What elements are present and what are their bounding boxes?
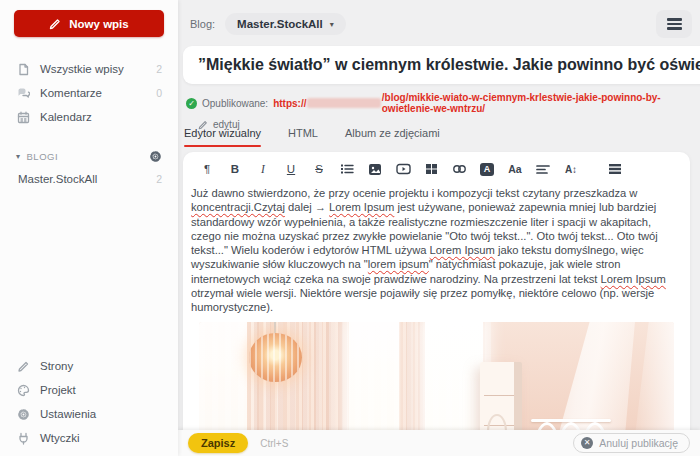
pendant-lamp (249, 333, 302, 382)
calendar-icon (16, 110, 30, 124)
editor-content-area[interactable]: Już dawno stwierdzono, że przy ocenie pr… (183, 182, 690, 456)
insert-image-button[interactable] (361, 160, 389, 178)
published-url-path: /blog/mikkie-wiato-w-ciemnym-krlestwie-j… (382, 92, 700, 114)
gear-icon (149, 150, 162, 163)
pencil-icon (49, 18, 61, 30)
bullet-list-icon (340, 163, 354, 175)
sidebar: Nowy wpis Wszystkie wpisy 2 Komentarze 0… (0, 0, 178, 456)
pencil-icon (16, 359, 30, 373)
text-segment: Już dawno stwierdzono, że przy ocenie pr… (191, 187, 637, 199)
blog-selector-value: Master.StockAll (237, 18, 323, 30)
insert-link-button[interactable] (445, 160, 473, 178)
tab-visual-editor[interactable]: Edytor wizualny (184, 127, 261, 147)
align-left-icon (536, 164, 550, 175)
published-url-prefix: https:// (273, 98, 306, 109)
post-title-text: ”Miękkie światło” w ciemnym królestwie. … (198, 56, 700, 74)
image-icon (368, 163, 382, 176)
sidebar-item-label: Strony (40, 360, 162, 372)
tab-html[interactable]: HTML (288, 127, 318, 147)
blogs-gear-button[interactable] (149, 150, 162, 163)
blog-count: 2 (156, 173, 162, 185)
chevron-down-icon: ▾ (330, 20, 334, 29)
sidebar-item-settings[interactable]: Ustawienia (0, 402, 178, 426)
sidebar-bottom-nav: Strony Projekt Ustawienia Wtyczki (0, 354, 178, 450)
insert-video-button[interactable] (389, 160, 417, 178)
sidebar-item-calendar[interactable]: Kalendarz (0, 105, 178, 129)
editor-card: ¶ B I U S A Aa (183, 152, 690, 456)
editor-paragraph: Już dawno stwierdzono, że przy ocenie pr… (191, 186, 682, 315)
save-shortcut-hint: Ctrl+S (260, 438, 288, 449)
strikethrough-button[interactable]: S (305, 160, 333, 178)
new-post-button[interactable]: Nowy wpis (14, 10, 164, 37)
paragraph-button[interactable]: ¶ (193, 160, 221, 178)
misspelled-word: Lorem Ipsum (601, 273, 666, 285)
blogs-section-label: BLOGI (27, 151, 149, 162)
align-button[interactable] (529, 160, 557, 178)
misspelled-word: lorem ipsum (368, 258, 429, 270)
text-segment: otrzymał wiele wersji. Niektóre wersje p… (191, 287, 654, 313)
blog-selector[interactable]: Master.StockAll ▾ (225, 13, 346, 35)
table-icon (425, 163, 438, 175)
line-height-button[interactable]: A↕ (557, 160, 585, 178)
tab-photo-album[interactable]: Album ze zdjęciami (345, 127, 440, 147)
editor-tabs: Edytor wizualny HTML Album ze zdjęciami (184, 127, 440, 147)
plug-icon (16, 431, 30, 445)
misspelled-word: Lorem Ipsum (430, 244, 495, 256)
hamburger-icon (667, 18, 682, 21)
menu-button[interactable] (656, 10, 692, 38)
font-size-button[interactable]: Aa (501, 160, 529, 178)
sidebar-item-blog-master-stockall[interactable]: Master.StockAll 2 (0, 168, 178, 190)
cancel-publication-label: Anuluj publikację (599, 437, 678, 449)
underline-button[interactable]: U (277, 160, 305, 178)
blogs-section-header[interactable]: ▾ BLOGI (0, 145, 178, 168)
insert-table-button[interactable] (417, 160, 445, 178)
sidebar-item-comments[interactable]: Komentarze 0 (0, 81, 178, 105)
save-button[interactable]: Zapisz (188, 433, 248, 453)
text-color-button[interactable]: A (473, 160, 501, 178)
sidebar-item-count: 2 (156, 63, 162, 75)
paragraph-block-icon (608, 163, 622, 175)
link-icon (452, 164, 467, 174)
sidebar-item-project[interactable]: Projekt (0, 378, 178, 402)
editor-toolbar: ¶ B I U S A Aa (183, 152, 690, 182)
sidebar-item-pages[interactable]: Strony (0, 354, 178, 378)
sidebar-item-label: Projekt (40, 384, 162, 396)
published-block: ✓ Opublikowane: https:///blog/mikkie-wia… (186, 92, 700, 130)
published-check-icon: ✓ (186, 98, 197, 109)
published-label: Opublikowane: (202, 98, 268, 109)
misspelled-word: koncentracji.Czytaj (191, 201, 285, 213)
comments-icon (16, 86, 30, 100)
sidebar-nav: Wszystkie wpisy 2 Komentarze 0 Kalendarz (0, 57, 178, 129)
palette-icon (16, 383, 30, 397)
sidebar-item-label: Wszystkie wpisy (40, 63, 156, 75)
blog-label: Blog: (190, 18, 215, 30)
new-post-label: Nowy wpis (69, 18, 128, 30)
sidebar-item-label: Ustawienia (40, 408, 162, 420)
misspelled-word: Lorem Ipsum (329, 201, 394, 213)
sidebar-item-label: Kalendarz (40, 111, 162, 123)
main-area: Blog: Master.StockAll ▾ ”Miękkie światło… (178, 0, 700, 456)
italic-button[interactable]: I (249, 160, 277, 178)
sidebar-item-label: Wtyczki (40, 432, 162, 444)
sidebar-item-all-posts[interactable]: Wszystkie wpisy 2 (0, 57, 178, 81)
editor-footer: Zapisz Ctrl+S ✕ Anuluj publikację (178, 430, 700, 456)
close-icon: ✕ (581, 437, 593, 449)
document-icon (16, 62, 30, 76)
bold-button[interactable]: B (221, 160, 249, 178)
main-header: Blog: Master.StockAll ▾ (190, 10, 692, 38)
text-color-icon: A (480, 163, 494, 176)
sidebar-item-count: 0 (156, 87, 162, 99)
cancel-publication-button[interactable]: ✕ Anuluj publikację (573, 433, 690, 453)
published-url-link[interactable]: https:///blog/mikkie-wiato-w-ciemnym-krl… (273, 92, 700, 114)
paragraph-styles-button[interactable] (601, 160, 629, 178)
redacted-url-segment (307, 98, 380, 108)
video-icon (396, 163, 411, 175)
text-segment: dalej → (285, 201, 329, 213)
post-title-input[interactable]: ”Miękkie światło” w ciemnym królestwie. … (183, 46, 700, 84)
bullet-list-button[interactable] (333, 160, 361, 178)
sidebar-item-plugins[interactable]: Wtyczki (0, 426, 178, 450)
gear-icon (16, 407, 30, 421)
blog-name: Master.StockAll (18, 173, 156, 185)
sidebar-item-label: Komentarze (40, 87, 156, 99)
sidebar-spacer (0, 190, 178, 354)
